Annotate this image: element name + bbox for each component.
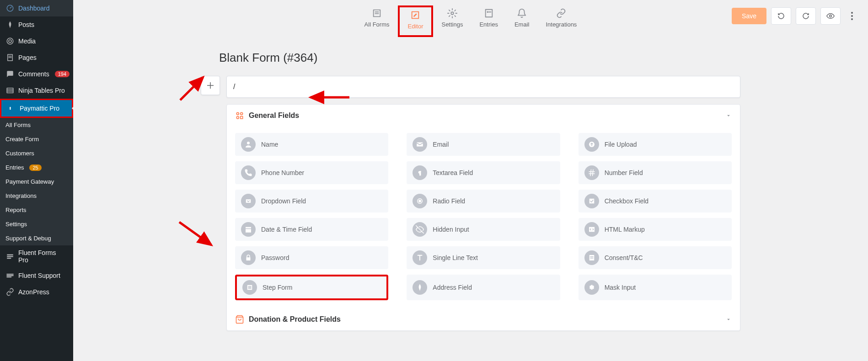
- pin-icon: [5, 20, 15, 29]
- hash-icon: [584, 165, 599, 180]
- sidebar-item-label: Settings: [5, 221, 27, 228]
- undo-button[interactable]: [771, 7, 791, 25]
- field-label: Checkbox Field: [605, 197, 649, 205]
- save-button[interactable]: Save: [732, 8, 766, 24]
- sidebar-item-label: Posts: [18, 21, 34, 28]
- field-password[interactable]: Password: [235, 246, 388, 269]
- content: Blank Form (#364) / General FieldsNameEm…: [173, 37, 768, 349]
- pin-icon: [413, 280, 427, 295]
- sidebar-item-azonpress[interactable]: AzonPress: [0, 284, 73, 300]
- tab-label: Integrations: [546, 21, 577, 28]
- redo-button[interactable]: [796, 7, 816, 25]
- section-header-general-fields[interactable]: General Fields: [227, 105, 740, 127]
- sidebar-item-label: Fluent Forms Pro: [18, 249, 68, 264]
- svg-text:✱: ✱: [589, 284, 594, 291]
- field-checkbox-field[interactable]: Checkbox Field: [579, 190, 732, 212]
- add-field-button[interactable]: [201, 76, 220, 95]
- phone-icon: [241, 165, 256, 180]
- tab-entries[interactable]: Entries: [471, 5, 506, 37]
- sidebar-item-paymattic-pro[interactable]: Paymattic Pro: [1, 100, 72, 117]
- field-phone-number[interactable]: Phone Number: [235, 161, 388, 184]
- preview-button[interactable]: [820, 7, 841, 25]
- sidebar-item-label: Dashboard: [18, 5, 50, 12]
- tab-email[interactable]: Email: [506, 5, 538, 37]
- upload-icon: [584, 137, 599, 152]
- field-radio-field[interactable]: Radio Field: [407, 190, 560, 212]
- field-label: Password: [261, 254, 289, 261]
- field-search-input[interactable]: /: [226, 76, 740, 98]
- step-icon: [242, 280, 257, 295]
- field-hidden-input[interactable]: Hidden Input: [407, 218, 560, 241]
- field-mask-input[interactable]: ✱Mask Input: [579, 275, 732, 300]
- svg-rect-11: [7, 255, 13, 255]
- field-dropdown-field[interactable]: Dropdown Field: [235, 190, 388, 212]
- field-date-time-field[interactable]: Date & Time Field: [235, 218, 388, 241]
- field-address-field[interactable]: Address Field: [407, 275, 560, 300]
- sidebar-sub-payment-gateway[interactable]: Payment Gateway: [0, 175, 73, 189]
- field-textarea-field[interactable]: ¶Textarea Field: [407, 161, 560, 184]
- svg-rect-38: [246, 227, 251, 233]
- media-icon: [5, 37, 15, 46]
- sidebar-item-posts[interactable]: Posts: [0, 16, 73, 33]
- paymattic-icon: [7, 104, 16, 113]
- sidebar-item-fluent-support[interactable]: Fluent Support: [0, 267, 73, 284]
- field-step-form[interactable]: Step Form: [235, 275, 388, 300]
- dropdown-icon: [241, 194, 256, 208]
- field-file-upload[interactable]: File Upload: [579, 133, 732, 156]
- sidebar-item-ninja-tables-pro[interactable]: Ninja Tables Pro: [0, 82, 73, 99]
- field-label: Date & Time Field: [261, 226, 312, 233]
- text-icon: [413, 250, 427, 265]
- more-menu-button[interactable]: [845, 7, 859, 25]
- section-header-donation-product-fields[interactable]: Donation & Product Fields: [227, 308, 740, 330]
- entries-icon: [484, 8, 494, 18]
- top-tabs: All FormsEditorSettingsEntriesEmailInteg…: [73, 0, 868, 37]
- field-single-line-text[interactable]: Single Line Text: [407, 246, 560, 269]
- field-name[interactable]: Name: [235, 133, 388, 156]
- tab-label: All Forms: [364, 21, 390, 28]
- svg-point-28: [236, 117, 239, 119]
- sidebar-sub-integrations[interactable]: Integrations: [0, 189, 73, 203]
- tab-settings[interactable]: Settings: [433, 5, 471, 37]
- sidebar-sub-entries[interactable]: Entries25: [0, 160, 73, 175]
- field-html-markup[interactable]: HTML Markup: [579, 218, 732, 241]
- sidebar-item-label: Ninja Tables Pro: [18, 87, 65, 94]
- sidebar-sub-create-form[interactable]: Create Form: [0, 132, 73, 146]
- tab-editor[interactable]: Editor: [398, 5, 434, 37]
- forms-icon: [5, 252, 15, 261]
- sidebar-item-label: Paymattic Pro: [20, 105, 59, 112]
- tab-label: Email: [514, 21, 530, 28]
- page-title: Blank Form (#364): [219, 51, 740, 65]
- svg-point-24: [851, 15, 853, 17]
- tab-all-forms[interactable]: All Forms: [356, 5, 398, 37]
- sidebar-item-dashboard[interactable]: Dashboard: [0, 0, 73, 16]
- sidebar-sub-all-forms[interactable]: All Forms: [0, 118, 73, 132]
- sidebar-sub-support-&-debug[interactable]: Support & Debug: [0, 231, 73, 245]
- field-label: Name: [261, 141, 278, 148]
- badge: 194: [55, 71, 70, 77]
- sidebar-sub-reports[interactable]: Reports: [0, 203, 73, 217]
- field-label: Address Field: [433, 284, 472, 291]
- sidebar-item-label: Entries: [5, 164, 24, 171]
- checkbox-icon: [584, 194, 599, 208]
- field-number-field[interactable]: Number Field: [579, 161, 732, 184]
- svg-rect-19: [485, 10, 492, 17]
- sidebar-sub-settings[interactable]: Settings: [0, 217, 73, 231]
- sidebar-item-media[interactable]: Media: [0, 33, 73, 49]
- field-label: Number Field: [605, 169, 643, 176]
- sidebar-item-comments[interactable]: Comments194: [0, 66, 73, 82]
- field-consent-t-c[interactable]: Consent/T&C: [579, 246, 732, 269]
- sidebar-item-pages[interactable]: Pages: [0, 49, 73, 66]
- tab-integrations[interactable]: Integrations: [537, 5, 585, 37]
- mail-icon: [413, 137, 427, 152]
- gear-icon: [447, 8, 457, 18]
- comment-icon: [5, 69, 15, 79]
- svg-rect-10: [10, 107, 11, 110]
- field-email[interactable]: Email: [407, 133, 560, 156]
- sidebar-item-fluent-forms-pro[interactable]: Fluent Forms Pro: [0, 245, 73, 267]
- tab-label: Settings: [441, 21, 463, 28]
- svg-rect-9: [9, 106, 14, 111]
- svg-rect-34: [246, 199, 251, 203]
- section-title: General Fields: [249, 111, 299, 120]
- svg-point-2: [7, 38, 13, 44]
- sidebar-sub-customers[interactable]: Customers: [0, 146, 73, 160]
